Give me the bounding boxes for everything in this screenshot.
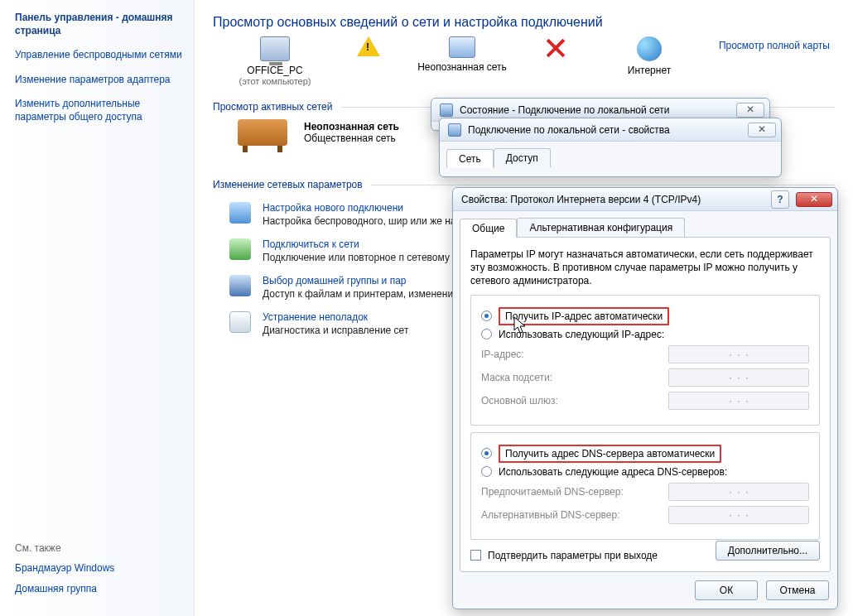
- see-also-firewall[interactable]: Брандмауэр Windows: [15, 562, 114, 575]
- cancel-button[interactable]: Отмена: [766, 580, 829, 600]
- internet-label: Интернет: [587, 65, 711, 76]
- tab-network[interactable]: Сеть: [446, 149, 494, 168]
- dns-group: Получить адрес DNS-сервера автоматически…: [470, 432, 820, 540]
- input-dns1: · · ·: [668, 483, 809, 501]
- connect-icon: [229, 238, 251, 260]
- see-also-homegroup[interactable]: Домашняя группа: [15, 583, 114, 596]
- active-network-type: Общественная сеть: [304, 132, 399, 144]
- task-desc: Диагностика и исправление сет: [263, 325, 408, 336]
- section-active-label: Просмотр активных сетей: [213, 101, 332, 113]
- network-map-internet[interactable]: Интернет: [587, 36, 711, 76]
- dialog-lan-properties[interactable]: Подключение по локальной сети - свойства…: [439, 118, 782, 177]
- new-connection-icon: [229, 202, 251, 224]
- sidebar-link-wifi[interactable]: Управление беспроводными сетями: [15, 49, 182, 62]
- sidebar-see-also: См. также Брандмауэр Windows Домашняя гр…: [15, 542, 114, 604]
- network-map-warning: [344, 36, 393, 60]
- input-gateway: · · ·: [668, 392, 809, 410]
- checkbox-confirm[interactable]: [470, 550, 481, 561]
- radio-dns-manual-label: Использовать следующие адреса DNS-сервер…: [499, 466, 727, 478]
- task-title: Устранение неполадок: [263, 311, 408, 323]
- close-button[interactable]: ✕: [736, 103, 764, 118]
- dialog-ipv4-properties[interactable]: Свойства: Протокол Интернета версии 4 (T…: [452, 187, 838, 609]
- pc-sublabel: (этот компьютер): [213, 76, 337, 86]
- radio-ip-auto-label: Получить IP-адрес автоматически: [499, 307, 669, 325]
- dialog-title: Свойства: Протокол Интернета версии 4 (T…: [461, 194, 701, 205]
- help-button[interactable]: ?: [771, 190, 789, 209]
- label-mask: Маска подсети:: [481, 372, 552, 383]
- dialog-title: Подключение по локальной сети - свойства: [468, 124, 670, 136]
- radio-ip-manual-label: Использовать следующий IP-адрес:: [499, 329, 664, 340]
- label-ip: IP-адрес:: [481, 349, 524, 360]
- network-map-disconnected: [531, 36, 581, 63]
- control-panel-home-link[interactable]: Панель управления - домашняя страница: [15, 12, 182, 37]
- pc-label: OFFICE_PC: [213, 65, 337, 76]
- page-title: Просмотр основных сведений о сети и наст…: [213, 15, 835, 30]
- tab-general[interactable]: Общие: [460, 219, 517, 238]
- input-dns2: · · ·: [668, 506, 809, 524]
- close-button[interactable]: ✕: [796, 192, 832, 207]
- ip-address-group: Получить IP-адрес автоматически Использо…: [470, 295, 820, 426]
- close-button[interactable]: ✕: [748, 123, 776, 137]
- pc-icon: [260, 36, 290, 61]
- active-network-name: Неопознанная сеть: [304, 121, 399, 132]
- tab-alt-config[interactable]: Альтернативная конфигурация: [517, 218, 685, 237]
- unknown-label: Неопознанная сеть: [400, 61, 524, 73]
- full-map-link[interactable]: Просмотр полной карты: [719, 40, 830, 51]
- sidebar-link-adapter[interactable]: Изменение параметров адаптера: [15, 74, 182, 87]
- input-mask: · · ·: [668, 368, 809, 387]
- see-also-heading: См. также: [15, 542, 114, 554]
- radio-dns-auto-label: Получить адрес DNS-сервера автоматически: [499, 445, 721, 463]
- radio-dns-manual[interactable]: [481, 466, 492, 477]
- network-map-pc[interactable]: OFFICE_PC (этот компьютер): [213, 36, 337, 86]
- tab-access[interactable]: Доступ: [494, 148, 551, 167]
- x-icon: [544, 36, 567, 60]
- ipv4-general-panel: Параметры IP могут назначаться автоматич…: [460, 237, 831, 572]
- network-map-unknown[interactable]: Неопознанная сеть: [400, 36, 524, 73]
- monitor-icon: [440, 103, 453, 117]
- control-panel-sidebar: Панель управления - домашняя страница Уп…: [0, 0, 195, 616]
- radio-ip-auto[interactable]: [481, 310, 492, 321]
- input-ip: · · ·: [668, 345, 809, 363]
- bench-icon: [238, 119, 287, 146]
- network-icon: [449, 36, 475, 58]
- monitor-icon: [448, 123, 461, 137]
- troubleshoot-icon: [229, 311, 251, 333]
- homegroup-icon: [229, 275, 251, 296]
- radio-ip-manual[interactable]: [481, 329, 492, 339]
- label-dns2: Альтернативный DNS-сервер:: [481, 509, 620, 521]
- sidebar-link-sharing[interactable]: Изменить дополнительные параметры общего…: [15, 98, 182, 123]
- intro-text: Параметры IP могут назначаться автоматич…: [470, 248, 820, 288]
- advanced-button[interactable]: Дополнительно...: [716, 541, 820, 561]
- ok-button[interactable]: ОК: [695, 580, 758, 600]
- dialog-title: Состояние - Подключение по локальной сет…: [460, 104, 670, 116]
- checkbox-confirm-label: Подтвердить параметры при выходе: [488, 550, 658, 561]
- section-params-label: Изменение сетевых параметров: [213, 179, 363, 190]
- label-dns1: Предпочитаемый DNS-сервер:: [481, 486, 624, 498]
- radio-dns-auto[interactable]: [481, 448, 492, 459]
- globe-icon: [637, 36, 662, 61]
- warning-icon: [357, 36, 380, 56]
- label-gateway: Основной шлюз:: [481, 395, 558, 407]
